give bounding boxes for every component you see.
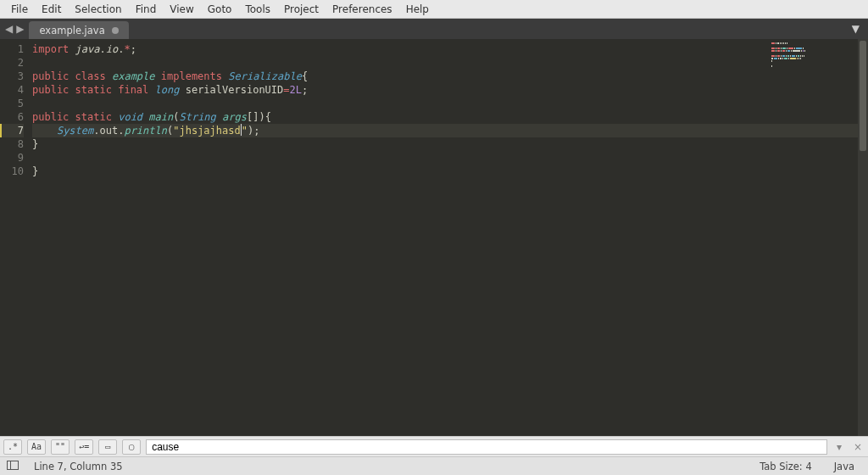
nav-arrows: ◀ ▶ <box>0 19 29 39</box>
menu-tools[interactable]: Tools <box>239 2 276 17</box>
code-line[interactable]: } <box>32 165 868 178</box>
tab-overflow-icon[interactable]: ▼ <box>843 19 868 39</box>
code-line[interactable] <box>32 97 868 110</box>
code-line[interactable]: System.out.println("jhsjajhasd"); <box>32 124 868 137</box>
menu-selection[interactable]: Selection <box>69 2 127 17</box>
code-line[interactable]: public class example implements Serializ… <box>32 70 868 83</box>
svg-rect-0 <box>8 461 19 469</box>
in-selection-toggle[interactable]: ▭ <box>98 439 117 455</box>
code-line[interactable] <box>32 56 868 70</box>
code-area[interactable]: import java.io.*;public class example im… <box>29 39 868 436</box>
regex-toggle[interactable]: .* <box>3 439 22 455</box>
code-line[interactable]: } <box>32 137 868 151</box>
vertical-scrollbar[interactable] <box>858 39 868 436</box>
status-bar: Line 7, Column 35 Tab Size: 4 Java <box>0 456 868 475</box>
tab-size[interactable]: Tab Size: 4 <box>753 461 819 472</box>
tab-bar: ◀ ▶ example.java ▼ <box>0 19 868 39</box>
menu-edit[interactable]: Edit <box>36 2 67 17</box>
tab-title: example.java <box>39 25 104 36</box>
dirty-indicator-icon <box>112 27 119 34</box>
line-number-gutter: 12345678910 <box>0 39 29 436</box>
wrap-toggle[interactable]: ↩= <box>75 439 93 455</box>
highlight-matches-toggle[interactable]: ▢ <box>122 439 141 455</box>
code-line[interactable]: public static final long serialVersionUI… <box>32 83 868 97</box>
code-editor[interactable]: 12345678910 import java.io.*;public clas… <box>0 39 868 436</box>
file-tab[interactable]: example.java <box>29 21 128 39</box>
find-bar: .* Aa "" ↩= ▭ ▢ ▾ × <box>0 436 868 456</box>
close-find-icon[interactable]: × <box>851 441 865 453</box>
menu-project[interactable]: Project <box>278 2 325 17</box>
nav-forward-icon[interactable]: ▶ <box>16 23 24 35</box>
menu-help[interactable]: Help <box>400 2 435 17</box>
find-input[interactable] <box>146 439 827 455</box>
code-line[interactable] <box>32 151 868 165</box>
menu-bar: FileEditSelectionFindViewGotoToolsProjec… <box>0 0 868 19</box>
case-sensitive-toggle[interactable]: Aa <box>27 439 46 455</box>
menu-view[interactable]: View <box>164 2 199 17</box>
find-history-icon[interactable]: ▾ <box>832 441 846 453</box>
menu-find[interactable]: Find <box>130 2 163 17</box>
syntax-mode[interactable]: Java <box>827 461 861 472</box>
panel-switcher-icon[interactable] <box>7 461 19 472</box>
nav-back-icon[interactable]: ◀ <box>5 23 13 35</box>
menu-file[interactable]: File <box>5 2 34 17</box>
code-line[interactable]: import java.io.*; <box>32 42 868 56</box>
whole-word-toggle[interactable]: "" <box>51 439 70 455</box>
menu-preferences[interactable]: Preferences <box>326 2 398 17</box>
code-line[interactable]: public static void main(String args[]){ <box>32 110 868 124</box>
scrollbar-thumb[interactable] <box>860 41 866 151</box>
menu-goto[interactable]: Goto <box>202 2 238 17</box>
cursor-position[interactable]: Line 7, Column 35 <box>27 461 130 472</box>
